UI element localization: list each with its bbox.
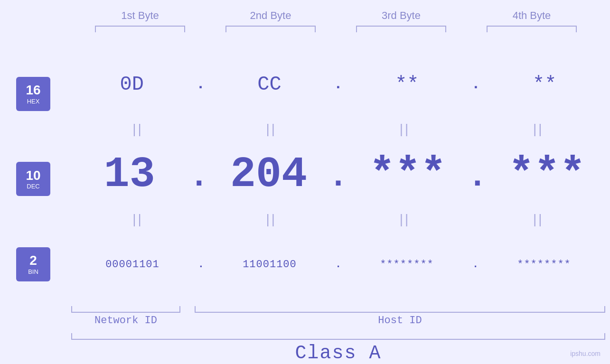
hex-val-4: ** [533,73,556,96]
equals-row-1: || || || || [66,122,610,137]
byte3-header: 3rd Byte [344,9,458,22]
bottom-brackets-row [66,306,610,313]
hex-row: 0D . CC . ** . ** [66,47,610,122]
hex-dot-1: . [196,75,205,93]
byte-headers-row: 1st Byte 2nd Byte 3rd Byte 4th Byte [75,9,597,22]
dec-cell-3: *** [351,150,465,199]
eq-sign-1: || [132,124,143,134]
byte2-header: 2nd Byte [214,9,328,22]
bin-dot-2: . [335,259,341,271]
dec-badge-label: DEC [27,183,39,190]
hex-cell-2: CC [213,73,327,96]
eq2-sign-2: || [266,214,277,224]
hex-cell-3: ** [350,73,464,96]
id-gap [180,315,195,327]
top-brackets [75,26,597,32]
dec-dot-2: . [328,160,348,194]
bin-val-4: ******** [517,259,571,271]
bin-dot-1: . [198,259,204,271]
badges-column: 16 HEX 10 DEC 2 BIN [0,47,66,364]
hex-badge-label: HEX [27,98,40,105]
hex-val-2: CC [257,73,281,96]
bin-val-1: 00001101 [105,259,160,271]
hex-dot-3: . [471,75,480,93]
id-labels-row: Network ID Host ID [66,315,610,327]
network-id-bracket [71,306,180,313]
hex-badge: 16 HEX [16,77,50,111]
dec-badge-number: 10 [26,168,40,183]
bracket-byte4 [487,26,577,32]
class-label-row: Class A [66,343,610,364]
eq1-c4: || [481,124,595,134]
bin-badge: 2 BIN [16,247,50,281]
eq2-c2: || [215,214,328,224]
bin-row: 00001101 . 11001100 . ******** . *******… [66,226,610,302]
network-id-label: Network ID [71,315,180,327]
bin-cell-1: 00001101 [75,259,189,271]
byte4-header: 4th Byte [475,9,589,22]
page-container: 1st Byte 2nd Byte 3rd Byte 4th Byte 16 H… [0,0,610,364]
eq-sign-4: || [533,124,544,134]
eq2-sign-4: || [533,214,544,224]
bin-cell-4: ******** [487,259,601,271]
eq1-c1: || [81,124,195,134]
byte1-header: 1st Byte [83,9,197,22]
dec-row: 13 . 204 . *** . *** [66,137,610,213]
dec-cell-1: 13 [73,150,187,199]
dec-val-3: *** [369,150,446,199]
bin-cell-3: ******** [350,259,464,271]
eq-sign-3: || [400,124,411,134]
dec-cell-4: *** [490,150,604,199]
eq2-sign-3: || [400,214,411,224]
bin-cell-2: 11001100 [213,259,327,271]
hex-val-1: 0D [120,73,143,96]
host-id-label: Host ID [195,315,605,327]
hex-dot-2: . [334,75,343,93]
hex-cell-1: 0D [75,73,189,96]
dec-dot-1: . [189,160,209,194]
class-label: Class A [295,343,381,364]
eq1-c2: || [215,124,328,134]
eq2-c3: || [348,214,462,224]
dec-val-4: *** [508,150,585,199]
dec-badge: 10 DEC [16,162,50,196]
bin-val-3: ******** [380,259,434,271]
hex-badge-number: 16 [26,83,40,98]
watermark: ipshu.com [570,350,601,357]
dec-val-1: 13 [104,150,155,199]
dec-val-2: 204 [230,150,307,199]
bin-dot-3: . [472,259,479,271]
eq2-c1: || [81,214,195,224]
content-area: 0D . CC . ** . ** || || || || [66,47,610,364]
bin-badge-number: 2 [29,253,37,268]
hex-cell-4: ** [488,73,601,96]
eq2-c4: || [481,214,595,224]
dec-cell-2: 204 [212,150,326,199]
bracket-byte1 [95,26,185,32]
eq1-c3: || [348,124,462,134]
bracket-byte3 [356,26,446,32]
equals-row-2: || || || || [66,212,610,226]
host-id-bracket [195,306,605,313]
bracket-gap [180,306,195,313]
dec-dot-3: . [468,160,488,194]
eq2-sign-1: || [132,214,143,224]
hex-val-3: ** [395,73,419,96]
bracket-byte2 [225,26,316,32]
eq-sign-2: || [266,124,277,134]
bin-badge-label: BIN [28,268,38,275]
bin-val-2: 11001100 [243,259,297,271]
class-bracket [71,333,605,340]
